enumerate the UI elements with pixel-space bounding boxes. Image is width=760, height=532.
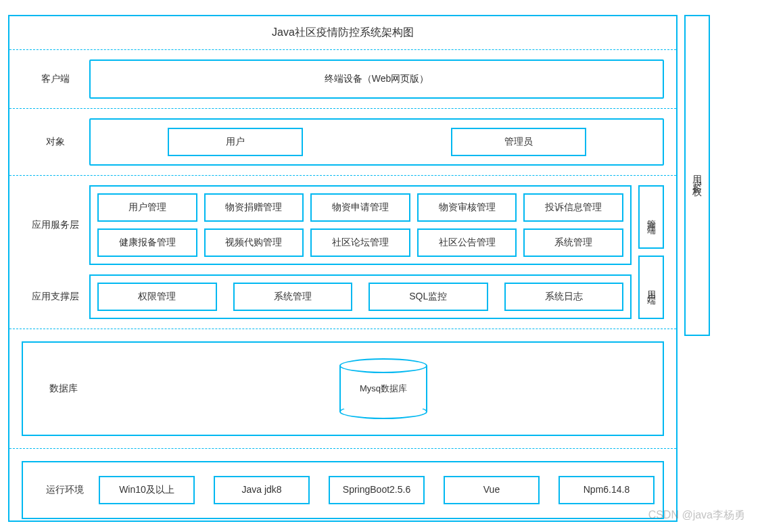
- cylinder-top: [339, 358, 427, 373]
- svc-apply-mgmt: 物资申请管理: [310, 193, 410, 222]
- object-admin: 管理员: [451, 128, 586, 156]
- app-service-label: 应用服务层: [22, 185, 89, 265]
- sup-sql-monitor: SQL监控: [369, 283, 488, 311]
- object-content: 用户 管理员: [89, 118, 664, 166]
- database-content: Mysq数据库: [104, 343, 663, 435]
- app-service-grid-2: 健康报备管理 视频代购管理 社区论坛管理 社区公告管理 系统管理: [97, 228, 623, 257]
- svc-forum-mgmt: 社区论坛管理: [310, 228, 410, 257]
- sup-permission: 权限管理: [97, 283, 217, 311]
- database-cylinder-icon: Mysq数据库: [339, 358, 427, 419]
- side-column: 管理端 用户端: [638, 176, 664, 319]
- object-label: 对象: [22, 118, 89, 166]
- env-section: 运行环境 Win10及以上 Java jdk8 SpringBoot2.5.6 …: [9, 449, 676, 531]
- svc-system-mgmt: 系统管理: [523, 228, 623, 257]
- svc-user-mgmt: 用户管理: [97, 193, 197, 222]
- diagram-title: Java社区疫情防控系统架构图: [9, 16, 676, 49]
- env-label: 运行环境: [31, 484, 99, 496]
- database-box: 数据库 Mysq数据库: [22, 341, 664, 436]
- env-win10: Win10及以上: [99, 476, 195, 504]
- svc-notice-mgmt: 社区公告管理: [417, 228, 517, 257]
- app-service-row: 应用服务层 用户管理 物资捐赠管理 物资申请管理 物资审核管理 投诉信息管理 健…: [22, 176, 632, 265]
- client-row: 客户端 终端设备（Web网页版）: [9, 50, 676, 108]
- client-content: 终端设备（Web网页版）: [89, 59, 664, 99]
- app-support-label: 应用支撑层: [22, 274, 89, 319]
- app-service-grid-1: 用户管理 物资捐赠管理 物资申请管理 物资审核管理 投诉信息管理: [97, 193, 623, 222]
- user-auth-column: 用户鉴权: [684, 15, 710, 336]
- env-npm: Npm6.14.8: [559, 476, 655, 504]
- svc-donation-mgmt: 物资捐赠管理: [204, 193, 304, 222]
- client-label: 客户端: [22, 59, 89, 99]
- env-items: Win10及以上 Java jdk8 SpringBoot2.5.6 Vue N…: [99, 476, 655, 504]
- env-jdk8: Java jdk8: [214, 476, 310, 504]
- object-row: 对象 用户 管理员: [9, 109, 676, 175]
- app-support-grid: 权限管理 系统管理 SQL监控 系统日志: [97, 283, 623, 311]
- sup-system-log: 系统日志: [504, 283, 624, 311]
- database-label: 数据库: [23, 343, 104, 435]
- sup-system: 系统管理: [233, 283, 353, 311]
- side-admin: 管理端: [638, 185, 664, 249]
- service-support-left: 应用服务层 用户管理 物资捐赠管理 物资申请管理 物资审核管理 投诉信息管理 健…: [22, 176, 632, 319]
- watermark: CSDN @java李杨勇: [648, 508, 745, 523]
- svc-audit-mgmt: 物资审核管理: [417, 193, 517, 222]
- cylinder-bottom: [339, 404, 427, 419]
- env-vue: Vue: [444, 476, 540, 504]
- svc-complaint-mgmt: 投诉信息管理: [523, 193, 623, 222]
- env-box: 运行环境 Win10及以上 Java jdk8 SpringBoot2.5.6 …: [22, 461, 664, 519]
- client-item: 终端设备（Web网页版）: [99, 69, 655, 89]
- app-support-row: 应用支撑层 权限管理 系统管理 SQL监控 系统日志: [22, 265, 632, 319]
- svc-health-mgmt: 健康报备管理: [97, 228, 197, 257]
- svc-video-mgmt: 视频代购管理: [204, 228, 304, 257]
- env-springboot: SpringBoot2.5.6: [329, 476, 425, 504]
- database-section: 数据库 Mysq数据库: [9, 329, 676, 448]
- side-user: 用户端: [638, 256, 664, 319]
- service-support-section: 应用服务层 用户管理 物资捐赠管理 物资申请管理 物资审核管理 投诉信息管理 健…: [9, 176, 676, 329]
- app-support-content: 权限管理 系统管理 SQL监控 系统日志: [89, 274, 632, 319]
- architecture-diagram-main: Java社区疫情防控系统架构图 客户端 终端设备（Web网页版） 对象 用户 管…: [8, 15, 678, 522]
- object-user: 用户: [168, 128, 303, 156]
- app-service-content: 用户管理 物资捐赠管理 物资申请管理 物资审核管理 投诉信息管理 健康报备管理 …: [89, 185, 632, 265]
